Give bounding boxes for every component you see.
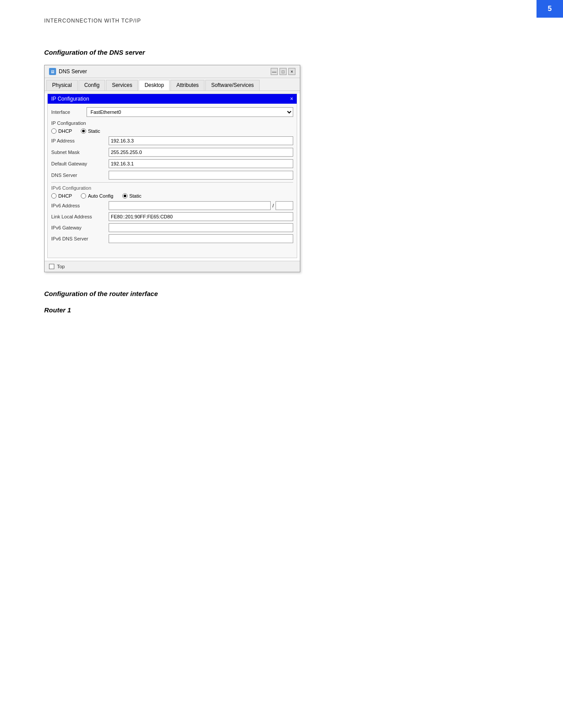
ipv6-static-label: Static: [129, 193, 142, 199]
ipv6-gateway-label: IPv6 Gateway: [51, 225, 109, 230]
router1-title: Router 1: [44, 306, 519, 314]
window-title-area: 🖥 DNS Server: [49, 68, 87, 75]
ipv6-address-row: IPv6 Address /: [51, 201, 293, 210]
default-gateway-label: Default Gateway: [51, 161, 109, 166]
dns-config-title: Configuration of the DNS server: [44, 49, 519, 56]
window-controls: — □ ×: [271, 68, 295, 75]
tab-physical[interactable]: Physical: [46, 80, 78, 90]
ip-config-title: IP Configuration: [51, 96, 89, 102]
router1-section: Router 1: [44, 306, 519, 314]
window-tabs: Physical Config Services Desktop Attribu…: [45, 78, 300, 91]
subnet-mask-label: Subnet Mask: [51, 150, 109, 155]
ipv6-address-input[interactable]: [109, 201, 271, 210]
ipv6-address-container: /: [109, 201, 293, 210]
window-footer: Top: [45, 261, 300, 272]
top-checkbox[interactable]: [49, 264, 54, 269]
tab-config[interactable]: Config: [79, 80, 106, 90]
ip-address-row: IP Address: [51, 136, 293, 145]
dns-server-label: DNS Server: [51, 173, 109, 178]
ipv6-static-radio[interactable]: Static: [122, 193, 142, 199]
content-area: Configuration of the DNS server 🖥 DNS Se…: [44, 49, 519, 323]
ipv6-dns-row: IPv6 DNS Server: [51, 234, 293, 243]
window-title-text: DNS Server: [59, 68, 87, 75]
link-local-input[interactable]: [109, 212, 293, 221]
minimize-button[interactable]: —: [271, 68, 278, 75]
ipv6-gateway-row: IPv6 Gateway: [51, 223, 293, 232]
static-label: Static: [88, 128, 100, 134]
ipv6-address-label: IPv6 Address: [51, 203, 109, 208]
ip-config-header: IP Configuration ×: [48, 94, 297, 104]
ipv6-static-circle[interactable]: [122, 193, 128, 199]
window-titlebar: 🖥 DNS Server — □ ×: [45, 65, 300, 78]
ipv6-dhcp-radio[interactable]: DHCP: [51, 193, 72, 199]
window-body: IP Configuration × Interface FastEtherne…: [45, 94, 300, 272]
page-header: INTERCONNECTION WITH TCP/IP: [44, 18, 141, 24]
dns-server-input[interactable]: [109, 171, 293, 180]
interface-label: Interface: [51, 109, 87, 115]
interface-row: Interface FastEthernet0: [51, 107, 293, 117]
tab-services[interactable]: Services: [106, 80, 138, 90]
ipv6-dhcp-label: DHCP: [58, 193, 72, 199]
ip-config-close-icon[interactable]: ×: [290, 96, 293, 102]
ipv6-dns-input[interactable]: [109, 234, 293, 243]
ipv6-dns-label: IPv6 DNS Server: [51, 236, 109, 241]
close-button[interactable]: ×: [288, 68, 295, 75]
static-radio-circle[interactable]: [81, 128, 86, 134]
link-local-label: Link Local Address: [51, 214, 109, 219]
link-local-row: Link Local Address: [51, 212, 293, 221]
interface-select[interactable]: FastEthernet0: [87, 107, 293, 117]
ipv6-gateway-input[interactable]: [109, 223, 293, 232]
dhcp-radio[interactable]: DHCP: [51, 128, 72, 134]
tab-software-services[interactable]: Software/Services: [205, 80, 260, 90]
subnet-mask-row: Subnet Mask: [51, 148, 293, 157]
spacer: [51, 245, 293, 254]
ipv6-radio-row: DHCP Auto Config Static: [51, 193, 293, 199]
ip-radio-row: DHCP Static: [51, 128, 293, 134]
default-gateway-input[interactable]: [109, 159, 293, 168]
ipv6-prefix-input[interactable]: [276, 201, 293, 210]
ipv6-auto-label: Auto Config: [88, 193, 113, 199]
ip-config-group-label: IP Configuration: [51, 120, 293, 126]
tab-desktop[interactable]: Desktop: [139, 80, 170, 90]
ipv6-auto-circle[interactable]: [81, 193, 86, 199]
dhcp-radio-circle[interactable]: [51, 128, 57, 134]
subnet-mask-input[interactable]: [109, 148, 293, 157]
static-radio[interactable]: Static: [81, 128, 100, 134]
ip-address-input[interactable]: [109, 136, 293, 145]
dns-server-row: DNS Server: [51, 171, 293, 180]
slash-separator: /: [271, 203, 276, 208]
ip-config-panel: IP Configuration × Interface FastEtherne…: [47, 94, 297, 258]
ipv6-auto-radio[interactable]: Auto Config: [81, 193, 113, 199]
ip-config-body: Interface FastEthernet0 IP Configuration…: [48, 104, 297, 258]
ip-address-label: IP Address: [51, 138, 109, 143]
window-app-icon: 🖥: [49, 68, 56, 75]
top-label: Top: [57, 264, 65, 269]
ipv6-config-group-label: IPv6 Configuration: [51, 182, 293, 191]
dhcp-label: DHCP: [58, 128, 72, 134]
maximize-button[interactable]: □: [280, 68, 287, 75]
tab-attributes[interactable]: Attributes: [170, 80, 204, 90]
page-number: 5: [537, 0, 563, 18]
default-gateway-row: Default Gateway: [51, 159, 293, 168]
dns-server-window: 🖥 DNS Server — □ × Physical Config Servi…: [44, 65, 300, 272]
ipv6-dhcp-circle[interactable]: [51, 193, 57, 199]
router-config-title: Configuration of the router interface: [44, 290, 519, 297]
